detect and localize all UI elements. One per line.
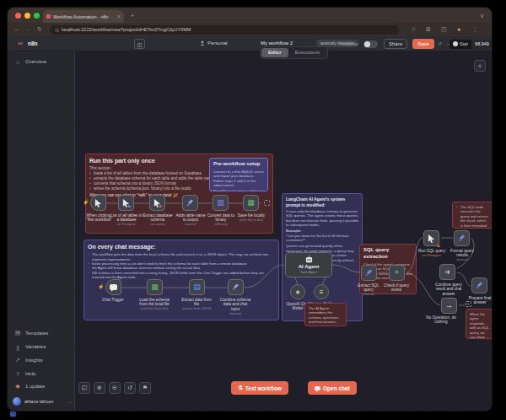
profile-avatar-icon[interactable]: ●: [457, 26, 460, 32]
close-window-button[interactable]: [15, 13, 21, 19]
new-tab-button[interactable]: +: [131, 13, 134, 19]
history-icon[interactable]: ↺: [438, 40, 442, 46]
node-list-tables[interactable]: [118, 195, 134, 211]
tidy-icon: ⚑: [143, 385, 148, 391]
node-prepare-answer[interactable]: [471, 277, 487, 293]
zoom-window-button[interactable]: [34, 13, 40, 19]
zoom-out-button[interactable]: ⊖: [109, 382, 121, 394]
github-star-widget[interactable]: Star 98,949: [449, 40, 493, 49]
save-button[interactable]: Save: [412, 39, 434, 49]
user-menu-icon[interactable]: ⋯: [67, 399, 72, 405]
forward-icon[interactable]: →: [25, 26, 31, 32]
node-ai-agent[interactable]: AI Agent Tools Agent: [285, 252, 332, 277]
open-chat-button[interactable]: Open chat: [308, 381, 357, 395]
workflow-name[interactable]: My workflow 2: [261, 40, 293, 46]
back-icon[interactable]: ←: [14, 26, 20, 32]
zoom-in-button[interactable]: ⊕: [94, 382, 105, 394]
templates-icon: ▤: [14, 330, 21, 337]
github-icon: [453, 41, 458, 46]
site-info-icon[interactable]: ⊙: [55, 27, 59, 33]
node-extract-schema[interactable]: [149, 195, 165, 211]
person-icon: [200, 40, 205, 46]
sidebar-item-variables[interactable]: χ Variables: [14, 342, 46, 352]
test-workflow-button[interactable]: ⚗ Test workflow: [231, 381, 288, 395]
node-caption: Extract SQL query: [358, 283, 379, 292]
connection-endpoint[interactable]: [264, 200, 270, 206]
bookmark-star-icon[interactable]: ☆: [411, 26, 416, 32]
tab-overflow-icon[interactable]: ∨: [480, 13, 484, 19]
pencil-icon: [458, 234, 466, 242]
node-extract-data[interactable]: ▤: [189, 279, 205, 295]
memory-icon: ≡: [320, 288, 324, 296]
warning-icon: ▲: [436, 243, 441, 248]
node-caption: Convert data to binary: [207, 213, 234, 222]
node-load-schema[interactable]: ▦: [147, 279, 163, 295]
node-caption: Load the schema from the local file: [139, 298, 170, 306]
node-convert-binary[interactable]: ▥: [213, 195, 229, 211]
panel-toggle-button[interactable]: ◫: [134, 39, 145, 49]
node-caption: Extract database schema: [143, 213, 172, 222]
node-run-sql[interactable]: ▲: [423, 230, 439, 246]
node-caption: Prepare final answer: [469, 296, 492, 304]
sidebar-item-help[interactable]: ? Help: [14, 369, 35, 379]
fit-view-button[interactable]: ◱: [78, 382, 90, 394]
user-menu[interactable]: ahlane lahcen ⋯: [13, 397, 72, 406]
node-extract-sql[interactable]: [361, 265, 377, 281]
breadcrumb-project[interactable]: Personal: [200, 40, 228, 46]
node-manual-trigger[interactable]: [90, 195, 106, 211]
node-caption: Extract data from file: [181, 298, 212, 306]
merge-icon: ⇉: [445, 269, 450, 275]
node-buffer-memory[interactable]: ≡: [314, 284, 329, 299]
view-tabs: Editor Executions: [260, 46, 328, 59]
browser-tab-strip: Workflow Automation - n8n × + ∨: [8, 8, 492, 23]
reload-icon[interactable]: ↻: [37, 26, 42, 32]
node-combine-result[interactable]: ⇉: [439, 264, 455, 280]
browser-tab[interactable]: Workflow Automation - n8n ×: [43, 10, 124, 23]
sidebar-item-insights[interactable]: ↗ Insights: [14, 355, 43, 365]
node-caption: Check if query exists: [384, 283, 409, 292]
desktop-file-icon[interactable]: [10, 411, 16, 417]
minimize-window-button[interactable]: [24, 13, 30, 19]
flask-icon: ⚗: [238, 385, 243, 391]
add-node-button[interactable]: +: [474, 60, 486, 72]
sidebar-item-templates[interactable]: ▤ Templates: [14, 328, 48, 338]
reset-zoom-button[interactable]: ↺: [124, 382, 136, 394]
insights-icon: ↗: [14, 357, 21, 363]
address-bar[interactable]: ⊙ localhost:2222/workflow/new?projectId=…: [50, 25, 399, 35]
robot-icon: [304, 256, 314, 263]
workflow-canvas[interactable]: Run this part only once This section: lo…: [75, 51, 493, 412]
project-name: Personal: [207, 40, 228, 46]
fit-view-icon: ◱: [82, 385, 88, 391]
node-add-table-name[interactable]: [182, 195, 198, 211]
node-save-file[interactable]: ▦: [243, 195, 259, 211]
node-caption: Chat Trigger: [102, 298, 124, 302]
browser-menu-icon[interactable]: ⋮: [472, 26, 478, 32]
trigger-bolt-icon: ⚡: [83, 199, 89, 205]
node-combine-schema[interactable]: [228, 279, 244, 295]
tidy-up-button[interactable]: ⚑: [139, 382, 151, 394]
sticky-note-memory[interactable]: The AI Agent remembers the schema, quest…: [304, 303, 347, 326]
sidebar-item-updates[interactable]: ◆ 1 update: [14, 381, 45, 391]
tab-editor[interactable]: Editor: [261, 48, 288, 57]
node-noop[interactable]: →: [441, 298, 457, 314]
browser-toolbar: ← → ↻ ⊙ localhost:2222/workflow/new?proj…: [8, 23, 492, 36]
desktop: Workflow Automation - n8n × + ∨ ← → ↻ ⊙ …: [0, 0, 506, 420]
tab-executions[interactable]: Executions: [288, 48, 326, 57]
share-button[interactable]: Share: [384, 39, 407, 49]
help-icon: ?: [14, 371, 21, 377]
active-toggle[interactable]: [363, 40, 378, 48]
node-check-query[interactable]: +: [389, 265, 405, 281]
downloads-icon[interactable]: ◫: [441, 26, 447, 32]
node-caption: Combine schema data and chat input: [220, 298, 250, 311]
pencil-icon: [365, 269, 373, 277]
close-tab-icon[interactable]: ×: [117, 13, 121, 19]
sidebar-item-overview[interactable]: ⌂ Overview: [14, 57, 46, 67]
url-text: localhost:2222/workflow/new?projectId=E7…: [62, 27, 191, 32]
github-star-count: 98,949: [471, 40, 493, 49]
extensions-icon[interactable]: ⊞: [426, 26, 431, 32]
node-format-results[interactable]: [454, 230, 470, 246]
node-caption: Format query results: [450, 249, 474, 257]
node-chat-trigger[interactable]: [105, 279, 121, 295]
node-openai-model[interactable]: ∗: [290, 284, 305, 299]
node-caption: No Operation, do nothing: [426, 315, 456, 324]
